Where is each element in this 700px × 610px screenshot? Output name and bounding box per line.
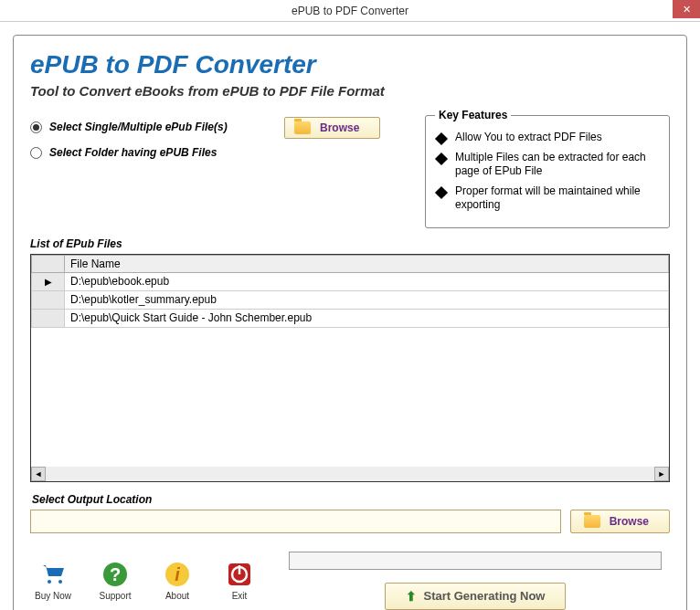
app-title: ePUB to PDF Converter [30, 50, 670, 79]
about-button[interactable]: i About [154, 560, 200, 601]
file-list-table[interactable]: File Name ▶ D:\epub\ebook.epub D:\epub\k… [30, 254, 670, 482]
radio-label: Select Folder having ePUB Files [49, 146, 217, 159]
info-icon: i [163, 560, 192, 589]
generate-label: Start Generating Now [424, 589, 546, 603]
scroll-left-icon[interactable]: ◄ [31, 467, 46, 481]
output-label: Select Output Location [32, 493, 670, 506]
question-icon: ? [101, 560, 130, 589]
table-header-row: File Name [32, 255, 669, 272]
window-title: ePUB to PDF Converter [292, 5, 408, 17]
progress-bar [289, 552, 663, 570]
up-arrow-icon: ⬆ [406, 589, 417, 604]
close-button[interactable]: ✕ [673, 0, 700, 18]
app-subtitle: Tool to Convert eBooks from ePUB to PDF … [30, 83, 670, 99]
cart-icon [38, 560, 68, 589]
svg-text:i: i [175, 564, 180, 584]
output-location-input[interactable] [30, 510, 561, 533]
browse-label: Browse [610, 515, 649, 528]
row-header [32, 290, 65, 309]
row-header-corner [32, 255, 65, 272]
icon-label: Support [99, 591, 131, 601]
buy-now-button[interactable]: Buy Now [30, 560, 76, 601]
row-header [32, 309, 65, 327]
current-row-icon: ▶ [45, 277, 52, 287]
radio-single-multiple[interactable]: Select Single/Multiple ePub File(s) [30, 121, 277, 133]
feature-item: Multiple Files can be extracted for each… [437, 151, 658, 179]
support-button[interactable]: ? Support [92, 560, 138, 601]
bullet-icon [435, 186, 448, 199]
list-label: List of EPub Files [30, 237, 670, 250]
icon-label: Buy Now [35, 591, 71, 601]
icon-label: About [165, 591, 189, 601]
features-title: Key Features [435, 109, 511, 121]
key-features-panel: Key Features Allow You to extract PDF Fi… [425, 115, 670, 228]
radio-icon [30, 147, 42, 159]
file-cell[interactable]: D:\epub\ebook.epub [65, 272, 669, 290]
browse-source-button[interactable]: Browse [284, 117, 380, 139]
radio-label: Select Single/Multiple ePub File(s) [49, 121, 228, 133]
start-generating-button[interactable]: ⬆ Start Generating Now [385, 583, 567, 610]
folder-icon [584, 515, 600, 528]
feature-item: Proper format will be maintained while e… [437, 184, 658, 213]
radio-folder[interactable]: Select Folder having ePUB Files [30, 146, 277, 159]
svg-point-1 [58, 580, 62, 584]
power-icon [225, 560, 254, 589]
bullet-icon [435, 152, 448, 165]
titlebar: ePUB to PDF Converter ✕ [0, 0, 700, 22]
feature-text: Allow You to extract PDF Files [455, 131, 602, 145]
icon-label: Exit [232, 591, 248, 601]
horizontal-scrollbar[interactable]: ◄ ► [31, 467, 669, 481]
browse-output-button[interactable]: Browse [570, 510, 670, 533]
feature-text: Proper format will be maintained while e… [455, 184, 658, 213]
folder-icon [294, 121, 311, 134]
column-header-filename[interactable]: File Name [65, 255, 669, 272]
svg-point-0 [48, 580, 51, 584]
table-row[interactable]: D:\epub\kotler_summary.epub [32, 290, 669, 309]
browse-label: Browse [320, 121, 359, 134]
svg-text:?: ? [110, 564, 121, 584]
radio-icon [30, 121, 42, 133]
bullet-icon [435, 132, 448, 145]
feature-item: Allow You to extract PDF Files [437, 131, 658, 145]
file-cell[interactable]: D:\epub\kotler_summary.epub [65, 290, 669, 309]
file-cell[interactable]: D:\epub\Quick Start Guide - John Schembe… [65, 309, 669, 327]
table-row[interactable]: ▶ D:\epub\ebook.epub [32, 272, 669, 290]
scroll-right-icon[interactable]: ► [654, 467, 669, 481]
feature-text: Multiple Files can be extracted for each… [455, 151, 658, 179]
row-header: ▶ [32, 272, 65, 290]
exit-button[interactable]: Exit [217, 560, 262, 601]
table-row[interactable]: D:\epub\Quick Start Guide - John Schembe… [32, 309, 669, 327]
